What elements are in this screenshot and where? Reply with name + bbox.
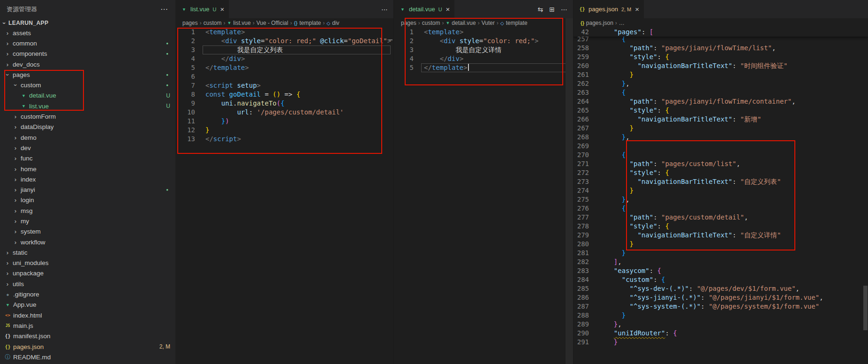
folder-msg[interactable]: ›msg — [0, 205, 175, 216]
file-list.vue[interactable]: ▼list.vueU — [0, 101, 175, 111]
explorer-more-actions-icon[interactable]: ⋯ — [160, 5, 168, 14]
breadcrumb-item[interactable]: Vuter — [482, 20, 495, 26]
breadcrumb-item[interactable]: {}pages.json — [581, 20, 613, 26]
folder-my[interactable]: ›my — [0, 216, 175, 226]
tab-bar: ▼list.vueU× ⋯ — [175, 0, 393, 18]
line-number: 289 — [574, 320, 606, 329]
line-number: 42 — [574, 28, 606, 37]
scrollbar-thumb[interactable] — [863, 286, 868, 330]
folder-pages[interactable]: ›pages● — [0, 69, 175, 80]
file-dot-gitignore[interactable]: ◆.gitignore — [0, 289, 175, 299]
line-text: } — [205, 126, 209, 135]
item-label: utils — [13, 281, 24, 288]
project-root-header[interactable]: › LEARUN_APP — [0, 18, 175, 28]
folder-dev[interactable]: ›dev — [0, 143, 175, 153]
more-actions-icon[interactable]: ⋯ — [561, 6, 567, 13]
folder-login[interactable]: ›login — [0, 195, 175, 205]
code-line-2: 2 <div style="color: red;" @click="goDet… — [175, 37, 393, 46]
item-label: pages — [13, 71, 30, 78]
scrollbar[interactable] — [863, 18, 868, 364]
breadcrumb-item[interactable]: custom — [422, 20, 440, 26]
breadcrumb-item[interactable]: custom — [204, 20, 222, 26]
line-text: </template> — [424, 63, 469, 72]
breadcrumb-item[interactable]: ◇template — [500, 20, 528, 26]
folder-dev-docs[interactable]: ›dev_docs — [0, 59, 175, 69]
line-number: 264 — [574, 97, 606, 106]
folder-home[interactable]: ›home — [0, 164, 175, 174]
line-number: 287 — [574, 302, 606, 311]
folder-customForm[interactable]: ›customForm — [0, 111, 175, 121]
breadcrumb-item[interactable]: {}template — [294, 20, 321, 26]
breadcrumb-label: pages.json — [586, 20, 613, 26]
line-text: }, — [606, 79, 630, 88]
git-status-dot: ● — [166, 83, 168, 87]
tab-pages.json[interactable]: {}pages.json2, M× — [574, 0, 644, 18]
line-number: 280 — [574, 240, 606, 249]
line-text: "^sys-dev-(.*)": "@/pages/dev/$1/form.vu… — [606, 284, 800, 293]
open-changes-icon[interactable]: ⇆ — [538, 6, 543, 13]
line-text: } — [606, 240, 634, 249]
chevron-right-icon: › — [12, 228, 19, 235]
breadcrumb-item[interactable]: pages — [182, 20, 198, 26]
tab-list.vue[interactable]: ▼list.vueU× — [175, 0, 229, 18]
breadcrumb-item[interactable]: … — [619, 20, 625, 26]
folder-components[interactable]: ›components● — [0, 49, 175, 59]
code-editor[interactable]: 1<template>2 <div style="color: red;" @c… — [175, 28, 393, 364]
line-text: </div> — [205, 54, 245, 63]
line-text: "navigationBarTitleText": "新增" — [606, 115, 761, 124]
code-line-282: 282 ], — [574, 258, 868, 266]
item-label: uni_modules — [13, 259, 49, 266]
close-icon[interactable]: × — [635, 6, 639, 13]
line-text: </script> — [205, 135, 241, 144]
line-number: 13 — [175, 135, 205, 144]
folder-assets[interactable]: ›assets — [0, 28, 175, 38]
chevron-right-icon: › — [4, 30, 11, 37]
file-README.md[interactable]: ⓘREADME.md — [0, 352, 175, 362]
breadcrumb-item[interactable]: Vue - Official — [257, 20, 288, 26]
editor-group-3: {}pages.json2, M× {}pages.json›… 42 "pag… — [573, 0, 868, 364]
sticky-scroll[interactable]: 42 "pages": [ — [574, 28, 868, 37]
split-editor-icon[interactable]: ⊞ — [549, 6, 555, 13]
code-editor[interactable]: 42 "pages": [ 257 {258 "path": "pages/ji… — [574, 28, 868, 364]
item-label: jianyi — [21, 186, 35, 193]
folder-jianyi[interactable]: ›jianyi● — [0, 184, 175, 195]
code-line-13: 13</script> — [175, 135, 393, 144]
breadcrumb-item[interactable]: ◇div — [327, 20, 340, 26]
folder-demo[interactable]: ›demo — [0, 132, 175, 143]
folder-static[interactable]: ›static — [0, 247, 175, 258]
folder-func[interactable]: ›func — [0, 153, 175, 164]
tab-detail.vue[interactable]: ▼detail.vueU× — [394, 0, 455, 18]
folder-custom[interactable]: ›custom● — [0, 80, 175, 90]
close-icon[interactable]: × — [220, 6, 224, 13]
folder-workflow[interactable]: ›workflow — [0, 237, 175, 247]
file-pages.json[interactable]: {}pages.json2, M — [0, 341, 175, 352]
chevron-right-icon: › — [12, 123, 19, 130]
more-actions-icon[interactable]: ⋯ — [381, 6, 388, 13]
folder-uni-modules[interactable]: ›uni_modules — [0, 258, 175, 268]
file-App.vue[interactable]: ▼App.vue — [0, 300, 175, 310]
vscode-window: 资源管理器 ⋯ › LEARUN_APP ›assets›common●›com… — [0, 0, 868, 364]
breadcrumb-item[interactable]: ▼detail.vue — [445, 20, 476, 26]
close-icon[interactable]: × — [446, 6, 450, 13]
tab-label: pages.json — [589, 6, 618, 13]
breadcrumb-item[interactable]: pages — [401, 20, 416, 26]
code-line-1: 1<template> — [394, 28, 573, 37]
file-main.js[interactable]: JSmain.js — [0, 320, 175, 331]
code-editor[interactable]: 1<template>2 <div style="color: red;">3 … — [394, 28, 573, 364]
editor-groups: ▼list.vueU× ⋯ pages›custom›▼list.vue›Vue… — [175, 0, 868, 364]
folder-index[interactable]: ›index — [0, 174, 175, 184]
folder-dataDisplay[interactable]: ›dataDisplay — [0, 122, 175, 132]
folder-common[interactable]: ›common● — [0, 38, 175, 48]
code-line-267: 267 } — [574, 124, 868, 133]
file-uni.scss[interactable]: ◈uni.scss — [0, 363, 175, 364]
folder-system[interactable]: ›system — [0, 227, 175, 237]
folder-utils[interactable]: ›utils — [0, 279, 175, 289]
item-label: assets — [13, 30, 31, 37]
file-manifest.json[interactable]: {}manifest.json — [0, 331, 175, 341]
breadcrumb-item[interactable]: ▼list.vue — [227, 20, 250, 26]
file-index.html[interactable]: <>index.html — [0, 310, 175, 320]
folder-unpackage[interactable]: ›unpackage — [0, 268, 175, 279]
file-detail.vue[interactable]: ▼detail.vueU — [0, 91, 175, 101]
line-number: 4 — [175, 54, 205, 63]
line-text: ], — [606, 258, 622, 266]
